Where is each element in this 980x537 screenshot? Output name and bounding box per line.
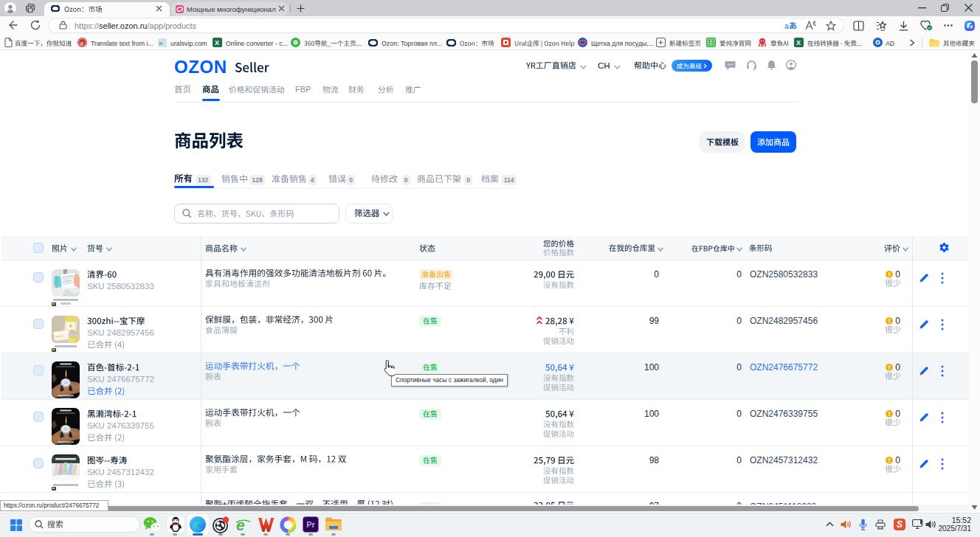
svg-text:X: X: [796, 39, 801, 46]
svg-text:w: w: [159, 41, 164, 46]
svg-text:a: a: [80, 40, 84, 46]
svg-text:X: X: [215, 39, 219, 46]
svg-text:e: e: [236, 516, 245, 533]
